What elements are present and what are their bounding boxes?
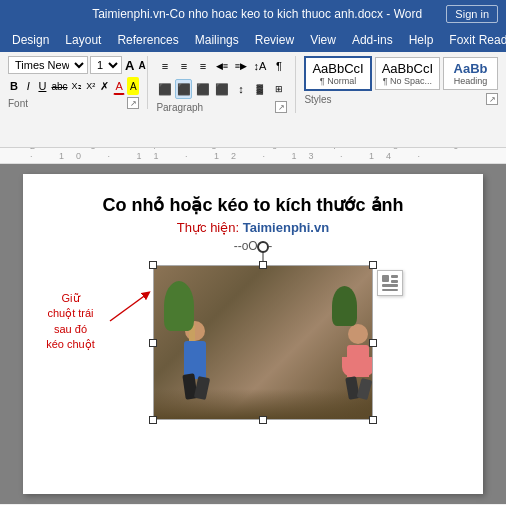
bold-btn[interactable]: B — [8, 77, 20, 95]
line-spacing-btn[interactable]: ↕ — [232, 79, 249, 99]
font-name-selector[interactable]: Times New Roman — [8, 56, 88, 74]
menu-layout[interactable]: Layout — [57, 31, 109, 49]
decrease-indent-btn[interactable]: ◀≡ — [213, 56, 230, 76]
menu-foxit[interactable]: Foxit Reader — [441, 31, 506, 49]
svg-rect-4 — [382, 284, 398, 287]
show-marks-btn[interactable]: ¶ — [270, 56, 287, 76]
image-container[interactable] — [153, 265, 373, 420]
style-normal-label: ¶ Normal — [312, 76, 363, 86]
svg-rect-5 — [382, 289, 398, 291]
svg-rect-2 — [391, 275, 398, 278]
font-group-footer: Font ↗ — [8, 97, 139, 109]
svg-rect-3 — [391, 280, 398, 283]
font-expand-btn[interactable]: ↗ — [127, 97, 139, 109]
justify-btn[interactable]: ⬛ — [213, 79, 230, 99]
menu-references[interactable]: References — [109, 31, 186, 49]
para-top-row: ≡ ≡ ≡ ◀≡ ≡▶ ↕A ¶ — [156, 56, 287, 76]
sign-in-button[interactable]: Sign in — [446, 5, 498, 23]
superscript-btn[interactable]: X² — [85, 77, 97, 95]
embedded-image — [153, 265, 373, 420]
ribbon: Times New Roman 12 A A B I U abc X₂ X² ✗… — [0, 52, 506, 148]
multilevel-btn[interactable]: ≡ — [194, 56, 211, 76]
font-selector-row: Times New Roman 12 A A — [8, 56, 139, 74]
style-normal-preview: AaBbCcI — [312, 61, 363, 76]
style-heading-label: Heading — [450, 76, 491, 86]
numbering-btn[interactable]: ≡ — [175, 56, 192, 76]
ruler: 2 · 3 · 4 · 5 · 6 · 7 · 8 · 9 · 10 · 11 … — [0, 148, 506, 164]
shading-btn[interactable]: ▓ — [251, 79, 268, 99]
style-heading-preview: AaBb — [450, 61, 491, 76]
handle-bottom-right[interactable] — [369, 416, 377, 424]
style-heading[interactable]: AaBb Heading — [443, 57, 498, 90]
menu-view[interactable]: View — [302, 31, 344, 49]
increase-indent-btn[interactable]: ≡▶ — [232, 56, 249, 76]
subtitle-red: Thực hiện: — [177, 220, 239, 235]
para-bottom-row: ⬛ ⬛ ⬛ ⬛ ↕ ▓ ⊞ — [156, 79, 287, 99]
italic-btn[interactable]: I — [22, 77, 34, 95]
handle-bottom-middle[interactable] — [259, 416, 267, 424]
picture-layout-btn[interactable] — [377, 270, 403, 296]
document-title: Co nhỏ hoặc kéo to kích thước ảnh — [53, 194, 453, 216]
styles-group-footer: Styles ↗ — [304, 93, 498, 105]
styles-group-label: Styles — [304, 94, 331, 105]
menu-mailings[interactable]: Mailings — [187, 31, 247, 49]
highlight-btn[interactable]: A — [127, 77, 139, 95]
tree2 — [332, 286, 357, 326]
document-page: Co nhỏ hoặc kéo to kích thước ảnh Thực h… — [23, 174, 483, 494]
para-group-footer: Paragraph ↗ — [156, 101, 287, 113]
bullets-btn[interactable]: ≡ — [156, 56, 173, 76]
font-format-row: B I U abc X₂ X² ✗ A A — [8, 77, 139, 95]
annotation-text: Giữchuột tráisau đókéo chuột — [33, 291, 108, 353]
menu-design[interactable]: Design — [4, 31, 57, 49]
font-size-selector[interactable]: 12 — [90, 56, 122, 74]
handle-middle-left[interactable] — [149, 339, 157, 347]
annotation-block: Giữchuột tráisau đókéo chuột — [33, 291, 108, 353]
handle-bottom-left[interactable] — [149, 416, 157, 424]
sort-btn[interactable]: ↕A — [251, 56, 268, 76]
document-subtitle: Thực hiện: Taimienphi.vn — [53, 220, 453, 235]
handle-top-right[interactable] — [369, 261, 377, 269]
window-title: Taimienphi.vn-Co nho hoac keo to kich th… — [68, 7, 446, 21]
align-right-btn[interactable]: ⬛ — [194, 79, 211, 99]
subscript-btn[interactable]: X₂ — [71, 77, 83, 95]
ribbon-font-group: Times New Roman 12 A A B I U abc X₂ X² ✗… — [8, 56, 148, 109]
underline-btn[interactable]: U — [36, 77, 48, 95]
strikethrough-btn[interactable]: abc — [51, 77, 69, 95]
style-nospace-preview: AaBbCcI — [382, 61, 433, 76]
image-section: Giữchuột tráisau đókéo chuột — [113, 261, 453, 423]
style-nospace-label: ¶ No Spac... — [382, 76, 433, 86]
svg-line-0 — [110, 294, 147, 321]
styles-items-row: AaBbCcI ¶ Normal AaBbCcI ¶ No Spac... Aa… — [304, 56, 498, 91]
ribbon-paragraph-group: ≡ ≡ ≡ ◀≡ ≡▶ ↕A ¶ ⬛ ⬛ ⬛ ⬛ ↕ ▓ ⊞ Paragraph… — [156, 56, 296, 113]
subtitle-blue: Taimienphi.vn — [243, 220, 329, 235]
clear-format-btn[interactable]: ✗ — [99, 77, 111, 95]
font-size-up-btn[interactable]: A — [124, 56, 135, 74]
menu-help[interactable]: Help — [401, 31, 442, 49]
menu-bar: Design Layout References Mailings Review… — [0, 28, 506, 52]
para-group-label: Paragraph — [156, 102, 203, 113]
child2-skirt — [342, 357, 373, 377]
handle-top-middle[interactable] — [259, 261, 267, 269]
handle-top-left[interactable] — [149, 261, 157, 269]
handle-middle-right[interactable] — [369, 339, 377, 347]
borders-btn[interactable]: ⊞ — [270, 79, 287, 99]
child2-head — [348, 324, 368, 344]
styles-expand-btn[interactable]: ↗ — [486, 93, 498, 105]
doc-separator: --oOo-- — [53, 239, 453, 253]
ribbon-styles-group: AaBbCcI ¶ Normal AaBbCcI ¶ No Spac... Aa… — [304, 56, 498, 105]
tree1 — [164, 281, 194, 331]
font-color-btn[interactable]: A — [113, 77, 125, 95]
title-bar: Taimienphi.vn-Co nho hoac keo to kich th… — [0, 0, 506, 28]
align-center-btn[interactable]: ⬛ — [175, 79, 192, 99]
menu-addins[interactable]: Add-ins — [344, 31, 401, 49]
para-expand-btn[interactable]: ↗ — [275, 101, 287, 113]
annotation-arrow — [105, 286, 155, 326]
menu-review[interactable]: Review — [247, 31, 302, 49]
style-normal[interactable]: AaBbCcI ¶ Normal — [304, 56, 371, 91]
rotate-handle[interactable] — [257, 241, 269, 253]
document-area: Co nhỏ hoặc kéo to kích thước ảnh Thực h… — [0, 164, 506, 504]
align-left-btn[interactable]: ⬛ — [156, 79, 173, 99]
style-no-spacing[interactable]: AaBbCcI ¶ No Spac... — [375, 57, 440, 90]
font-group-label: Font — [8, 98, 28, 109]
font-size-down-btn[interactable]: A — [137, 56, 146, 74]
